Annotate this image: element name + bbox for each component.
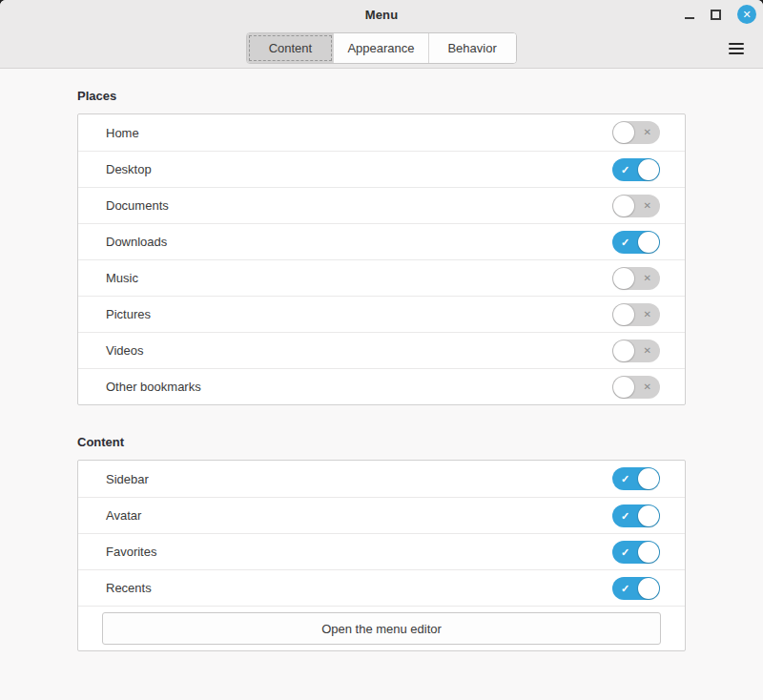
- row-label: Other bookmarks: [106, 380, 612, 394]
- open-menu-editor-button[interactable]: Open the menu editor: [102, 612, 661, 645]
- toggle-knob: [613, 340, 634, 361]
- toggle-knob: [613, 304, 634, 325]
- tab-group: ContentAppearanceBehavior: [246, 32, 516, 64]
- toggle-switch-desktop[interactable]: ✓: [612, 158, 660, 181]
- toggle-knob: [613, 196, 634, 216]
- list-item-videos: Videos✕: [78, 332, 685, 368]
- toggle-knob: [638, 159, 659, 180]
- settings-content: PlacesHome✕Desktop✓Documents✕Downloads✓M…: [0, 89, 763, 651]
- toolbar: ContentAppearanceBehavior: [0, 29, 763, 68]
- minimize-icon: [685, 17, 694, 19]
- check-icon: ✓: [621, 474, 629, 484]
- toggle-knob: [613, 122, 634, 143]
- section-title-places: Places: [77, 89, 686, 103]
- hamburger-menu-button[interactable]: [725, 39, 748, 58]
- section-title-content: Content: [77, 435, 686, 449]
- toggle-switch-music[interactable]: ✕: [612, 267, 660, 290]
- cross-icon: ✕: [644, 310, 651, 319]
- row-label: Recents: [106, 581, 612, 595]
- cross-icon: ✕: [644, 128, 651, 137]
- toggle-switch-favorites[interactable]: ✓: [612, 541, 660, 564]
- cross-icon: ✕: [644, 274, 651, 283]
- row-label: Documents: [106, 198, 612, 213]
- hamburger-icon: [729, 43, 744, 45]
- toggle-knob: [613, 377, 634, 398]
- tab-behavior[interactable]: Behavior: [429, 33, 516, 63]
- maximize-button[interactable]: [711, 10, 721, 20]
- window-controls: ✕: [685, 0, 756, 29]
- cross-icon: ✕: [644, 382, 651, 392]
- settings-list-content: Sidebar✓Avatar✓Favorites✓Recents✓Open th…: [77, 460, 686, 651]
- check-icon: ✓: [621, 164, 629, 175]
- toggle-knob: [613, 268, 634, 289]
- row-label: Desktop: [106, 162, 612, 176]
- close-button[interactable]: ✕: [737, 5, 756, 24]
- toggle-switch-recents[interactable]: ✓: [612, 577, 660, 600]
- tab-appearance[interactable]: Appearance: [334, 33, 428, 63]
- toggle-switch-other-bookmarks[interactable]: ✕: [612, 376, 660, 399]
- list-item-avatar: Avatar✓: [78, 497, 685, 533]
- row-label: Sidebar: [106, 472, 612, 486]
- list-item-favorites: Favorites✓: [78, 533, 685, 569]
- toggle-switch-home[interactable]: ✕: [612, 121, 660, 144]
- row-label: Avatar: [106, 508, 612, 523]
- toggle-knob: [638, 542, 659, 563]
- button-row: Open the menu editor: [78, 606, 685, 650]
- cross-icon: ✕: [644, 346, 651, 356]
- list-item-desktop: Desktop✓: [78, 151, 685, 187]
- window-header: Menu ✕ ContentAppearanceBehavior: [0, 0, 763, 69]
- close-icon: ✕: [742, 10, 751, 20]
- titlebar[interactable]: Menu ✕: [0, 0, 763, 29]
- check-icon: ✓: [621, 510, 629, 521]
- list-item-recents: Recents✓: [78, 569, 685, 606]
- toggle-switch-sidebar[interactable]: ✓: [612, 467, 660, 490]
- toggle-switch-documents[interactable]: ✕: [612, 195, 660, 217]
- check-icon: ✓: [621, 583, 629, 593]
- list-item-documents: Documents✕: [78, 187, 685, 223]
- cross-icon: ✕: [644, 201, 651, 211]
- row-label: Favorites: [106, 545, 612, 559]
- list-item-pictures: Pictures✕: [78, 296, 685, 332]
- menu-settings-window: Menu ✕ ContentAppearanceBehavior: [0, 0, 763, 700]
- list-item-home: Home✕: [78, 114, 685, 151]
- list-item-downloads: Downloads✓: [78, 223, 685, 259]
- check-icon: ✓: [621, 237, 629, 247]
- row-label: Pictures: [106, 307, 612, 321]
- toggle-knob: [638, 468, 659, 489]
- toggle-switch-videos[interactable]: ✕: [612, 340, 660, 362]
- row-label: Downloads: [106, 235, 612, 249]
- list-item-sidebar: Sidebar✓: [78, 461, 685, 497]
- toggle-switch-avatar[interactable]: ✓: [612, 504, 660, 527]
- maximize-icon: [711, 10, 721, 20]
- row-label: Videos: [106, 343, 612, 358]
- list-item-other-bookmarks: Other bookmarks✕: [78, 368, 685, 404]
- tab-content[interactable]: Content: [247, 33, 334, 63]
- toggle-knob: [638, 232, 659, 253]
- toggle-knob: [638, 578, 659, 599]
- window-title: Menu: [0, 0, 763, 29]
- minimize-button[interactable]: [685, 10, 694, 19]
- row-label: Music: [106, 271, 612, 285]
- toggle-switch-downloads[interactable]: ✓: [612, 231, 660, 254]
- toggle-knob: [638, 505, 659, 526]
- check-icon: ✓: [621, 546, 629, 557]
- list-item-music: Music✕: [78, 259, 685, 296]
- settings-list-places: Home✕Desktop✓Documents✕Downloads✓Music✕P…: [77, 113, 686, 405]
- row-label: Home: [106, 126, 612, 140]
- toggle-switch-pictures[interactable]: ✕: [612, 303, 660, 326]
